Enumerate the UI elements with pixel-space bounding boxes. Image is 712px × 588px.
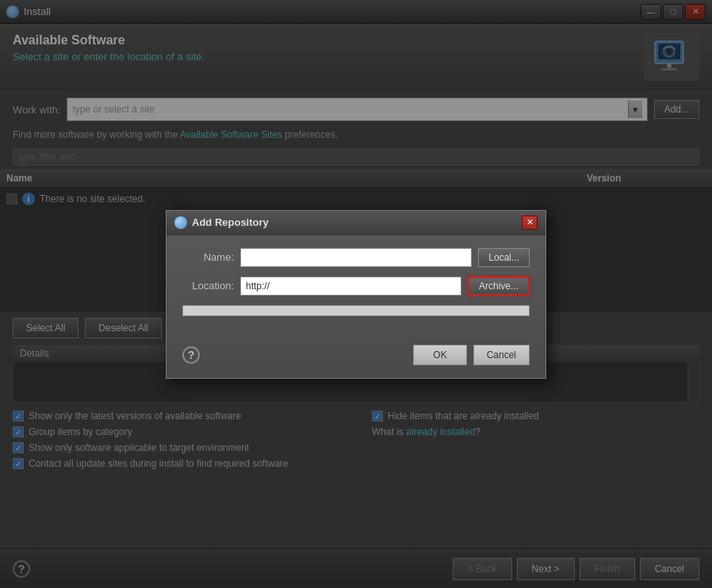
modal-action-buttons: OK Cancel (413, 345, 530, 365)
add-repository-modal: Add Repository ✕ Name: Local... Location… (166, 210, 546, 379)
modal-ok-button[interactable]: OK (413, 345, 466, 365)
modal-name-label: Name: (182, 251, 234, 263)
modal-local-button[interactable]: Local... (478, 248, 530, 267)
modal-close-button[interactable]: ✕ (522, 216, 538, 230)
modal-progress-bar (182, 305, 530, 316)
modal-location-input[interactable] (240, 277, 461, 296)
modal-title-icon (174, 216, 187, 229)
modal-footer: ? OK Cancel (167, 338, 545, 378)
modal-name-input[interactable] (240, 248, 472, 267)
modal-archive-button[interactable]: Archive... (468, 277, 530, 296)
modal-overlay: Add Repository ✕ Name: Local... Location… (0, 0, 712, 588)
modal-progress-row (182, 305, 530, 316)
modal-cancel-button[interactable]: Cancel (473, 345, 530, 365)
modal-body: Name: Local... Location: Archive... (167, 235, 545, 338)
modal-titlebar: Add Repository ✕ (167, 211, 545, 235)
modal-location-row: Location: Archive... (182, 277, 530, 296)
modal-location-label: Location: (182, 280, 234, 292)
modal-name-row: Name: Local... (182, 248, 530, 267)
modal-title-text: Add Repository (192, 216, 522, 228)
modal-help-icon[interactable]: ? (182, 346, 200, 364)
